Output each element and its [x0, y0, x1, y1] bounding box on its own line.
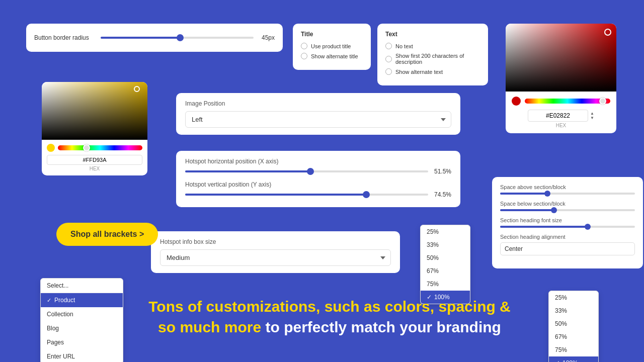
color-cursor-right [604, 29, 611, 36]
font-size-label: Section heading font size [500, 217, 635, 223]
check-icon: ✓ [47, 297, 51, 304]
radio-show-alternate-title[interactable] [301, 53, 307, 59]
text-option-1-label: No text [395, 43, 413, 49]
space-above-label: Space above section/block [500, 184, 635, 190]
text-option-1[interactable]: No text [385, 43, 480, 49]
bottom-text-white-part: to perfectly match your branding [266, 319, 501, 335]
hex-label-left: HEX [47, 166, 142, 171]
title-option-2[interactable]: Show alternate title [301, 53, 363, 59]
bottom-text-block: Tons of customizations, such as colors, … [121, 297, 538, 337]
bottom-text-yellow-1: Tons of customizations, such as colors, … [148, 298, 511, 315]
pct-left-67[interactable]: 67% [421, 264, 470, 278]
hue-row-right [512, 97, 610, 106]
hex-up-right[interactable]: ▲ [590, 112, 594, 116]
dropdown-item-product-label: Product [54, 297, 75, 304]
radio-use-product-title[interactable] [301, 43, 307, 49]
hotspot-x-value: 51.5% [432, 168, 451, 175]
title-card: Title Use product title Show alternate t… [293, 24, 371, 70]
space-below-label: Space below section/block [500, 201, 635, 207]
color-gradient-area-left[interactable] [42, 82, 147, 140]
text-option-3-label: Show alternate text [395, 69, 443, 75]
hue-thumb-right [599, 98, 606, 105]
hue-bar-left[interactable] [58, 145, 142, 150]
color-swatch-yellow [47, 144, 55, 152]
color-swatch-red [512, 97, 521, 106]
border-radius-value: 45px [260, 34, 275, 41]
hotspot-box-card: Hotspot info box size Medium Small Large [151, 231, 400, 273]
alignment-row: Section heading alignment [500, 234, 635, 255]
hotspot-x-row: Hotspot horizontal position (X axis) 51.… [185, 158, 451, 175]
hex-spinners-right: ▲ ▼ [590, 112, 594, 120]
dropdown-item-pages[interactable]: Pages [41, 335, 123, 349]
hotspot-y-label: Hotspot vertical position (Y axis) [185, 181, 451, 188]
hue-thumb-left [83, 144, 90, 151]
space-section-card: Space above section/block Space below se… [492, 177, 643, 268]
dropdown-item-enter-url[interactable]: Enter URL [41, 349, 123, 362]
hex-down-right[interactable]: ▼ [590, 116, 594, 120]
dropdown-item-enter-url-label: Enter URL [47, 353, 75, 360]
text-option-2-label: Show first 200 characters of description [395, 53, 480, 65]
pct-right-67[interactable]: 67% [549, 330, 598, 343]
text-option-3[interactable]: Show alternate text [385, 68, 480, 75]
alignment-input[interactable] [500, 242, 635, 255]
pct-dropdown-left-card: 25% 33% 50% 67% 75% ✓ 100% [420, 225, 470, 304]
pct-left-50[interactable]: 50% [421, 251, 470, 264]
hex-input-right[interactable] [528, 110, 588, 122]
text-option-2[interactable]: Show first 200 characters of description [385, 53, 480, 65]
space-below-slider[interactable] [500, 209, 635, 211]
pct-dropdown-right-card: 25% 33% 50% 67% 75% ✓ 100% [548, 291, 599, 362]
hue-row-left [47, 144, 142, 152]
text-card-heading: Text [385, 31, 480, 38]
dropdown-item-collection[interactable]: Collection [41, 307, 123, 321]
border-radius-slider[interactable] [101, 37, 254, 39]
pct-right-100[interactable]: ✓ 100% [549, 356, 598, 362]
title-option-2-label: Show alternate title [311, 53, 358, 59]
title-card-heading: Title [301, 31, 363, 38]
pct-right-75[interactable]: 75% [549, 343, 598, 356]
space-above-row: Space above section/block [500, 184, 635, 195]
color-cursor-left [134, 86, 140, 92]
hotspot-box-select[interactable]: Medium Small Large [160, 249, 391, 266]
title-option-1-label: Use product title [311, 43, 351, 49]
font-size-slider[interactable] [500, 226, 635, 228]
radio-show-alternate-text[interactable] [385, 68, 392, 75]
dropdown-item-pages-label: Pages [47, 339, 64, 346]
dropdown-item-blog-label: Blog [47, 325, 59, 332]
pct-left-75[interactable]: 75% [421, 278, 470, 291]
hotspot-x-slider-wrap: 51.5% [185, 168, 451, 175]
image-position-select[interactable]: Left Right Center [185, 111, 451, 128]
space-above-slider[interactable] [500, 193, 635, 195]
pct-right-25[interactable]: 25% [549, 291, 598, 304]
hotspot-y-slider-wrap: 74.5% [185, 191, 451, 198]
dropdown-header: Select... [41, 279, 123, 293]
font-size-row: Section heading font size [500, 217, 635, 228]
pct-right-50[interactable]: 50% [549, 317, 598, 330]
hex-label-right: HEX [512, 123, 610, 128]
hotspot-x-label: Hotspot horizontal position (X axis) [185, 158, 451, 165]
image-position-card: Image Position Left Right Center [176, 93, 460, 135]
hotspot-y-value: 74.5% [432, 191, 451, 198]
hotspot-box-label: Hotspot info box size [160, 238, 391, 245]
hex-row-right: ▲ ▼ [512, 110, 610, 122]
dropdown-item-blog[interactable]: Blog [41, 321, 123, 335]
radio-show-description[interactable] [385, 56, 392, 62]
color-picker-left-card: HEX [42, 82, 147, 175]
border-radius-label: Button border radius [34, 34, 95, 41]
text-card: Text No text Show first 200 characters o… [377, 24, 488, 85]
hue-bar-right[interactable] [525, 99, 610, 104]
color-gradient-area-right[interactable] [506, 24, 616, 92]
radio-no-text[interactable] [385, 43, 392, 49]
hotspot-y-slider[interactable] [185, 194, 428, 196]
hex-input-left[interactable] [47, 155, 142, 165]
image-position-label: Image Position [185, 100, 451, 107]
bottom-text-yellow-2: so much more [158, 319, 261, 335]
pct-right-33[interactable]: 33% [549, 304, 598, 317]
title-option-1[interactable]: Use product title [301, 43, 363, 49]
shop-all-brackets-button[interactable]: Shop all brackets > [56, 223, 158, 246]
hotspot-x-slider[interactable] [185, 170, 428, 172]
dropdown-item-product[interactable]: ✓ Product [41, 293, 123, 307]
pct-left-25[interactable]: 25% [421, 225, 470, 238]
color-picker-right-card: ▲ ▼ HEX [506, 24, 616, 133]
pct-left-33[interactable]: 33% [421, 238, 470, 251]
check-icon-right-pct: ✓ [555, 359, 560, 362]
